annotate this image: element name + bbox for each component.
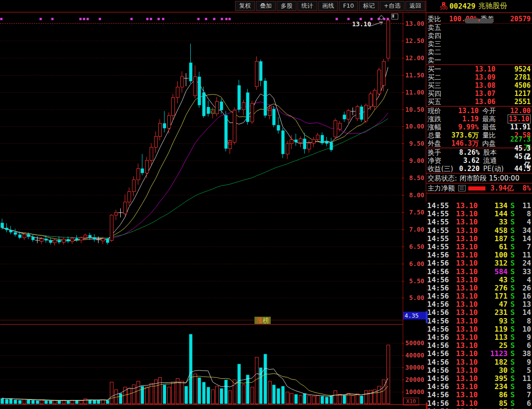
quote-label: 今开 [482,107,504,115]
tick-direction: S [508,210,518,218]
buy-volume: 4506 [495,81,531,90]
tick-direction: S [508,227,518,235]
toolbar-button-2[interactable]: 多股 [277,1,297,11]
list-icon[interactable] [458,185,466,191]
tick-price: 13.10 [450,292,478,300]
sell-row-4[interactable]: 卖四 [426,32,532,40]
tick-row-11[interactable]: 14:5613.10171S16 [426,292,532,300]
buy-row-2[interactable]: 买二13.092781 [426,73,532,81]
tick-volume: 584 [478,268,508,276]
tick-row-5[interactable]: 14:5513.1061S7 [426,243,532,251]
tick-row-4[interactable]: 14:5513.10187S14 [426,235,532,243]
toolbar-button-6[interactable]: 标记 [359,1,379,11]
fund-label: PE(动) [483,165,508,173]
tick-list[interactable]: 14:5513.10134S1114:5513.10144S814:5513.1… [426,202,532,409]
tick-count: 33 [518,268,531,276]
buy-price: 13.07 [448,90,495,98]
window-restore-icon[interactable] [391,14,398,19]
tick-count: 4 [518,276,531,284]
toolbar-button-1[interactable]: 叠加 [256,1,276,11]
tick-row-19[interactable]: 14:5613.10182S9 [426,358,532,366]
tick-price: 13.10 [450,350,478,358]
tick-volume: 113 [478,333,508,342]
buy-volume: 9524 [495,65,531,73]
buy-label: 买二 [428,73,448,81]
tick-time: 14:55 [427,235,450,243]
sell-orderbook: 卖五卖四卖三卖二卖一 [426,23,532,64]
tick-row-12[interactable]: 14:5613.1047S13 [426,300,532,309]
tick-row-0[interactable]: 14:5513.10134S11 [426,202,532,210]
tick-price: 13.10 [450,202,478,210]
main-force-value: 3.94亿 [489,184,513,192]
buy-label: 买三 [428,81,448,90]
tick-volume: 61 [478,243,508,251]
tick-row-15[interactable]: 14:5613.10119S10 [426,325,532,333]
tick-row-23[interactable]: 14:5613.1086S7 [426,391,532,399]
tick-volume: 171 [478,292,508,300]
tick-row-6[interactable]: 14:5613.10100S11 [426,251,532,259]
tick-row-21[interactable]: 14:5613.10395S11 [426,375,532,383]
trade-status-row: 交易状态: 闭市阶段 15:00:00 [426,173,532,183]
tick-row-8[interactable]: 14:5613.10584S33 [426,268,532,276]
tick-row-9[interactable]: 14:5613.1043S4 [426,276,532,284]
sell-row-3[interactable]: 卖三 [426,40,532,48]
tick-row-17[interactable]: 14:5613.1025S6 [426,342,532,350]
tick-row-20[interactable]: 14:5613.1030S5 [426,366,532,375]
toolbar-button-3[interactable]: 统计 [297,1,317,11]
toolbar-button-8[interactable]: 返回 [405,1,425,11]
divider-char-2: 榜 [263,317,269,324]
tick-time: 14:56 [427,366,450,375]
tick-direction: S [508,399,518,408]
tick-price: 13.10 [450,300,478,309]
sell-row-1[interactable]: 卖一 [426,56,532,64]
gain-rank-button[interactable]: 涨榜 [254,317,271,324]
collapse-orderbook-tab[interactable]: ▾ [465,19,494,24]
quote-row-2: 涨幅9.99%最低11.91 [426,123,532,131]
scrollbar-thumb[interactable] [426,311,428,323]
toolbar-button-4[interactable]: 画线 [318,1,338,11]
sell-row-5[interactable]: 卖五 [426,24,532,32]
main-force-row[interactable]: 主力净额 3.94亿 8% [426,183,532,193]
tick-direction: S [508,235,518,243]
tick-row-1[interactable]: 14:5513.10144S8 [426,210,532,218]
buy-price: 13.08 [448,81,495,90]
tick-price: 13.10 [450,218,478,226]
tick-row-10[interactable]: 14:5613.10276S26 [426,284,532,292]
buy-row-4[interactable]: 买四13.071217 [426,90,532,98]
tick-volume: 1123 [478,350,508,358]
tick-direction: S [508,309,518,317]
tick-direction: S [508,325,518,333]
toolbar-button-7[interactable]: +自选 [380,1,405,11]
tick-row-13[interactable]: 14:5613.10231S14 [426,309,532,317]
tick-row-2[interactable]: 14:5513.1033S4 [426,218,532,226]
tick-row-14[interactable]: 14:5613.1093S8 [426,317,532,325]
tick-count: 8 [518,210,531,218]
tick-time: 14:56 [427,358,450,366]
tick-row-24[interactable]: 14:5613.1085S6 [426,399,532,408]
tick-price: 13.10 [450,268,478,276]
divider-char-1: 涨 [256,317,263,324]
tick-scrollbar[interactable] [426,202,428,409]
sell-row-2[interactable]: 卖二 [426,48,532,56]
tick-time: 14:55 [427,202,450,210]
buy-row-5[interactable]: 买五13.062551 [426,98,532,106]
buy-row-1[interactable]: 买一13.109524 [426,65,532,73]
quote-value: 13.10 [504,115,531,123]
candlestick-chart[interactable] [0,0,426,409]
fund-value: 0.220 [457,165,480,173]
tick-volume: 43 [478,276,508,284]
tick-direction: S [508,375,518,383]
quote-row-1: 涨跌1.19最高13.10 [426,115,532,123]
tick-row-3[interactable]: 14:5513.10458S34 [426,227,532,235]
main-force-pct: 8% [513,184,531,192]
tick-row-18[interactable]: 14:5613.101123S38 [426,350,532,358]
tick-count: 10 [518,325,531,333]
toolbar-button-0[interactable]: 复权 [235,1,255,11]
tick-row-22[interactable]: 14:5613.10234S8 [426,383,532,391]
toolbar-button-5[interactable]: F10 [339,1,358,11]
tick-direction: S [508,391,518,399]
tick-row-16[interactable]: 14:5613.10113S9 [426,333,532,342]
buy-row-3[interactable]: 买三13.084506 [426,81,532,90]
tick-row-7[interactable]: 14:5613.10312S24 [426,259,532,267]
quote-label: 量比 [482,131,504,139]
